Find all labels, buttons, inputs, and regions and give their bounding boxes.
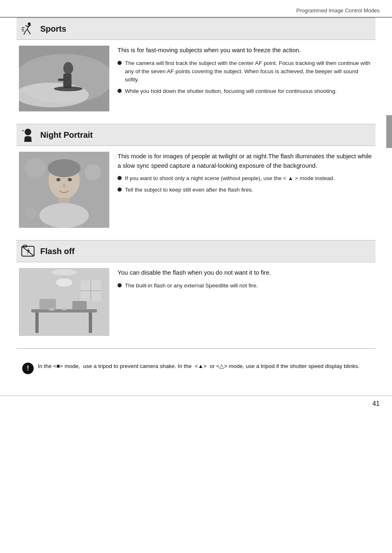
svg-point-38 xyxy=(52,269,76,275)
svg-point-27 xyxy=(48,159,81,177)
svg-line-4 xyxy=(25,29,27,32)
flash-off-title: Flash off xyxy=(40,247,74,256)
svg-rect-43 xyxy=(89,312,92,333)
svg-point-0 xyxy=(28,23,31,25)
svg-rect-45 xyxy=(72,301,87,310)
night-portrait-bullet-1: If you want to shoot only a night scene … xyxy=(118,174,373,183)
svg-point-49 xyxy=(48,308,55,311)
night-portrait-intro: This mode is for images of people at twi… xyxy=(118,152,373,170)
sports-body: This is for fast-moving subjects when yo… xyxy=(16,46,376,111)
night-portrait-title: Night Portrait xyxy=(40,130,93,140)
sports-section-header: Sports xyxy=(16,18,376,40)
svg-point-24 xyxy=(85,164,101,180)
svg-point-30 xyxy=(56,178,60,181)
svg-point-17 xyxy=(54,86,83,91)
sports-bullet-2: While you hold down the shutter button, … xyxy=(118,87,373,95)
svg-point-25 xyxy=(25,207,37,220)
sports-text: This is for fast-moving subjects when yo… xyxy=(118,46,373,99)
flash-off-bullets: The built-in flash or any external Speed… xyxy=(118,282,373,290)
night-portrait-body: This mode is for images of people at twi… xyxy=(16,152,376,228)
right-tab xyxy=(386,115,392,148)
flash-off-bullet-1: The built-in flash or any external Speed… xyxy=(118,282,373,290)
svg-line-6 xyxy=(27,29,29,32)
note-warning-icon: ! xyxy=(22,363,34,374)
svg-point-14 xyxy=(63,62,73,74)
page-header: Programmed Image Control Modes xyxy=(0,0,392,18)
flash-off-section-header: Flash off xyxy=(16,240,376,262)
svg-point-29 xyxy=(39,203,89,228)
bullet-dot xyxy=(118,283,122,287)
flash-off-intro: You can disable the flash when you do no… xyxy=(118,268,373,278)
sports-image xyxy=(19,46,109,111)
sports-intro: This is for fast-moving subjects when yo… xyxy=(118,46,373,55)
sports-bullet-1: The camera will first track the subject … xyxy=(118,59,373,84)
sports-section: Sports xyxy=(16,18,376,116)
flash-off-section: Flash off xyxy=(16,240,376,340)
header-title: Programmed Image Control Modes xyxy=(296,7,380,14)
night-portrait-text: This mode is for images of people at twi… xyxy=(118,152,373,198)
sports-title: Sports xyxy=(40,24,66,34)
svg-rect-42 xyxy=(35,312,39,333)
flash-off-text: You can disable the flash when you do no… xyxy=(118,268,373,293)
night-portrait-image xyxy=(19,152,109,228)
svg-point-40 xyxy=(56,278,72,287)
bullet-dot xyxy=(118,176,122,180)
note-text: In the <■> mode, use a tripod to prevent… xyxy=(38,362,360,371)
main-content: Sports xyxy=(0,18,392,391)
night-portrait-icon xyxy=(21,127,35,142)
svg-line-7 xyxy=(29,32,30,34)
bullet-dot xyxy=(118,89,122,93)
bottom-divider xyxy=(16,348,376,349)
night-portrait-section-header: Night Portrait xyxy=(16,124,376,146)
flash-off-body: You can disable the flash when you do no… xyxy=(16,268,376,336)
svg-line-36 xyxy=(22,246,34,256)
svg-rect-16 xyxy=(58,79,70,81)
page-number: 41 xyxy=(0,396,392,412)
sports-bullets: The camera will first track the subject … xyxy=(118,59,373,96)
svg-point-50 xyxy=(61,308,67,310)
flash-off-icon xyxy=(21,244,35,259)
svg-line-2 xyxy=(25,25,28,27)
svg-point-31 xyxy=(68,178,72,181)
bottom-note: ! In the <■> mode, use a tripod to preve… xyxy=(16,357,376,379)
night-portrait-section: Night Portrait xyxy=(16,124,376,232)
sports-icon xyxy=(21,21,35,36)
svg-marker-21 xyxy=(22,130,24,132)
svg-line-1 xyxy=(27,25,29,30)
svg-point-20 xyxy=(25,130,31,135)
bullet-dot xyxy=(118,61,122,65)
bullet-dot xyxy=(118,187,122,192)
night-portrait-bullet-2: Tell the subject to keep still even afte… xyxy=(118,186,373,194)
night-portrait-bullets: If you want to shoot only a night scene … xyxy=(118,174,373,194)
flash-off-image xyxy=(19,268,109,336)
svg-point-23 xyxy=(25,158,46,178)
svg-point-32 xyxy=(63,184,65,187)
svg-line-5 xyxy=(24,32,25,35)
